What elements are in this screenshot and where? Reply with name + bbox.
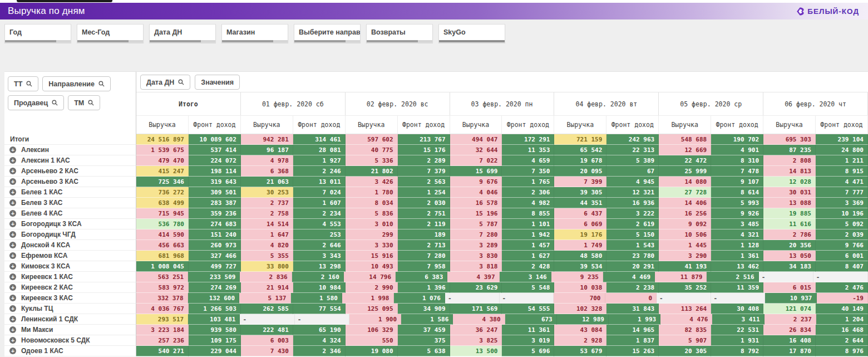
row-label-Ефремов КСА[interactable]: Ефремов КСА bbox=[4, 251, 136, 261]
value-cell: 7 024 bbox=[293, 187, 346, 198]
filter-scrollbar[interactable] bbox=[439, 40, 505, 42]
value-cell: 213 767 bbox=[398, 134, 450, 145]
expand-plus-icon[interactable] bbox=[9, 157, 16, 164]
chip-ТТ[interactable]: ТТ bbox=[8, 76, 38, 91]
filter-scrollbar[interactable] bbox=[150, 40, 215, 42]
value-cell: 2 713 bbox=[398, 240, 450, 251]
chip-Продавец[interactable]: Продавец bbox=[8, 95, 64, 110]
filter-scrollbar[interactable] bbox=[77, 40, 143, 42]
value-cell: 1 076 bbox=[394, 293, 446, 304]
expand-plus-icon[interactable] bbox=[9, 348, 16, 354]
expand-plus-icon[interactable] bbox=[9, 326, 16, 333]
filter-box-Магазин[interactable]: Магазин bbox=[221, 24, 288, 43]
expand-plus-icon[interactable] bbox=[9, 231, 16, 238]
brand-name: БЕЛЫЙ-КОД bbox=[807, 7, 859, 16]
chip-label: ТМ bbox=[74, 99, 84, 107]
row-label-Арсеньево 2 КАС[interactable]: Арсеньево 2 КАС bbox=[4, 166, 136, 177]
chip-Направление[interactable]: Направление bbox=[42, 76, 111, 91]
row-label-Кимовск 3 КСА[interactable]: Кимовск 3 КСА bbox=[4, 261, 136, 272]
row-label-Киреевск 2 КАС[interactable]: Киреевск 2 КАС bbox=[4, 282, 136, 293]
row-label-Богородицк ЧГД[interactable]: Богородицк ЧГД bbox=[4, 229, 136, 240]
expand-plus-icon[interactable] bbox=[9, 199, 16, 206]
expand-plus-icon[interactable] bbox=[9, 210, 16, 217]
search-icon[interactable] bbox=[52, 100, 58, 106]
row-label-Алексин 1 КАС[interactable]: Алексин 1 КАС bbox=[4, 155, 136, 166]
value-cell: 6 001 bbox=[816, 251, 868, 261]
row-label-Ми Макси[interactable]: Ми Макси bbox=[4, 325, 136, 335]
expand-plus-icon[interactable] bbox=[9, 273, 16, 280]
row-label-Богородицк 3 КСА[interactable]: Богородицк 3 КСА bbox=[4, 219, 136, 229]
chip-Значения[interactable]: Значения bbox=[195, 75, 240, 90]
filter-scrollbar[interactable] bbox=[367, 40, 432, 42]
filter-scrollbar[interactable] bbox=[294, 40, 360, 42]
filter-scrollbar[interactable] bbox=[222, 40, 288, 42]
row-label-Белев 3 КАС[interactable]: Белев 3 КАС bbox=[4, 198, 136, 208]
row-label-Донской 4 КСА[interactable]: Донской 4 КСА bbox=[4, 240, 136, 251]
expand-plus-icon[interactable] bbox=[9, 189, 16, 195]
expand-plus-icon[interactable] bbox=[9, 146, 16, 153]
value-cell: 23 780 bbox=[606, 251, 659, 261]
chip-Дата ДН[interactable]: Дата ДН bbox=[140, 75, 190, 90]
search-icon[interactable] bbox=[98, 81, 105, 87]
value-cell: 5 696 bbox=[502, 346, 554, 356]
value-cell: 293 517 bbox=[136, 314, 188, 325]
value-cell: 30 253 bbox=[241, 187, 293, 198]
column-group-date[interactable]: 05 февр. 2020 ср bbox=[659, 92, 763, 115]
value-cell: 1 101 bbox=[502, 219, 554, 229]
filter-box-Возвраты[interactable]: Возвраты bbox=[366, 24, 433, 43]
expand-plus-icon[interactable] bbox=[9, 284, 16, 291]
row-label-text: Белев 4 КАС bbox=[21, 209, 63, 217]
expand-plus-icon[interactable] bbox=[9, 178, 16, 185]
value-cell: 1 361 bbox=[711, 251, 763, 261]
value-cell: 15 196 bbox=[450, 208, 502, 219]
column-group-date[interactable]: 01 февр. 2020 сб bbox=[241, 92, 346, 115]
row-label-Арсеньево 3 КАС[interactable]: Арсеньево 3 КАС bbox=[4, 177, 136, 187]
value-cell: 14 406 bbox=[659, 198, 711, 208]
column-group-date[interactable]: 06 февр. 2020 чт bbox=[763, 92, 868, 115]
search-icon[interactable] bbox=[178, 79, 184, 85]
filter-scrollbar[interactable] bbox=[5, 40, 71, 42]
row-label-Алексин[interactable]: Алексин bbox=[4, 145, 136, 155]
expand-plus-icon[interactable] bbox=[9, 242, 16, 248]
row-label-Куклы ТЦ[interactable]: Куклы ТЦ bbox=[4, 304, 136, 314]
column-group-date[interactable]: 03 февр. 2020 пн bbox=[450, 92, 555, 115]
row-label-Белев 4 КАС[interactable]: Белев 4 КАС bbox=[4, 208, 136, 219]
chip-ТМ[interactable]: ТМ bbox=[68, 95, 100, 110]
table-row: Арсеньево 2 КАС415 247198 1146 3682 2462… bbox=[4, 166, 868, 177]
table-row: Арсеньево 3 КАС725 346319 64321 06313 01… bbox=[4, 177, 868, 187]
brand-logo: БЕЛЫЙ-КОД bbox=[795, 3, 859, 19]
value-cell: 597 602 bbox=[346, 134, 398, 145]
column-group-total[interactable]: Итого bbox=[136, 92, 241, 115]
row-label-Ленинский 1 СДК[interactable]: Ленинский 1 СДК bbox=[4, 314, 136, 325]
row-label-Одоев 1 КАС[interactable]: Одоев 1 КАС bbox=[4, 346, 136, 356]
value-cell: 7 430 bbox=[241, 346, 293, 356]
column-group-date[interactable]: 04 февр. 2020 вт bbox=[554, 92, 659, 115]
row-label-Киреевск 1 КАС[interactable]: Киреевск 1 КАС bbox=[4, 272, 136, 282]
chip-label: Значения bbox=[201, 79, 234, 86]
column-group-date[interactable]: 02 февр. 2020 вс bbox=[346, 92, 450, 115]
value-cell: 16 936 bbox=[606, 198, 659, 208]
expand-plus-icon[interactable] bbox=[9, 305, 16, 312]
row-label-Киреевск 3 КАС[interactable]: Киреевск 3 КАС bbox=[4, 293, 136, 304]
filter-box-Выберите направ...[interactable]: Выберите направ... bbox=[294, 24, 361, 43]
expand-plus-icon[interactable] bbox=[9, 221, 16, 227]
expand-plus-icon[interactable] bbox=[9, 168, 16, 174]
row-label-Итоги[interactable]: Итоги bbox=[4, 134, 136, 145]
row-label-text: Киреевск 2 КАС bbox=[21, 283, 73, 291]
expand-plus-icon[interactable] bbox=[9, 252, 16, 259]
search-icon[interactable] bbox=[88, 100, 94, 106]
row-label-Новомосковск 5 СДК[interactable]: Новомосковск 5 СДК bbox=[4, 335, 136, 346]
filter-box-Год[interactable]: Год bbox=[4, 24, 71, 43]
value-cell: 1 396 bbox=[398, 282, 450, 293]
row-label-Белев 1 КАС[interactable]: Белев 1 КАС bbox=[4, 187, 136, 198]
expand-plus-icon[interactable] bbox=[9, 263, 16, 270]
expand-plus-icon[interactable] bbox=[9, 337, 16, 344]
expand-plus-icon[interactable] bbox=[9, 295, 16, 301]
value-cell: 44 351 bbox=[554, 198, 606, 208]
filter-box-SkyGo[interactable]: SkyGo bbox=[438, 24, 505, 43]
expand-plus-icon[interactable] bbox=[9, 316, 16, 322]
filter-box-Дата ДН[interactable]: Дата ДН bbox=[149, 24, 216, 43]
filter-box-Мес-Год[interactable]: Мес-Год bbox=[77, 24, 144, 43]
value-cell: 1 128 bbox=[711, 240, 763, 251]
search-icon[interactable] bbox=[26, 81, 32, 87]
